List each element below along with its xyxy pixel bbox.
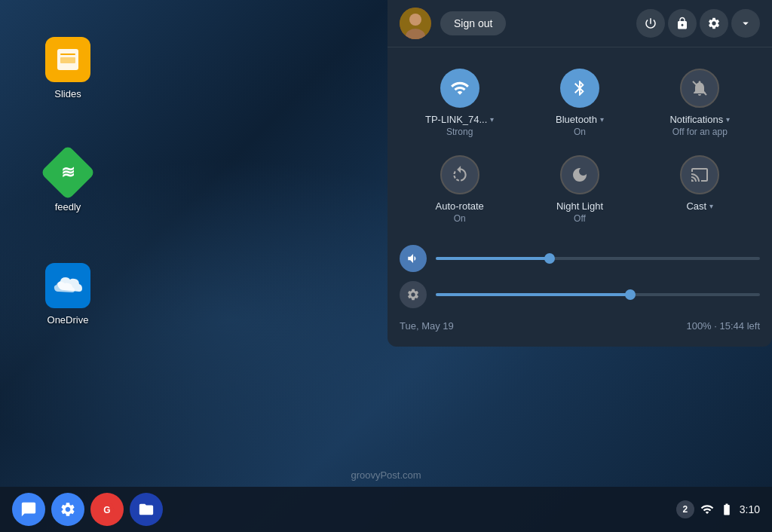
wifi-status: Strong <box>446 127 473 137</box>
notifications-toggle[interactable]: Notifications ▾ Off for an app <box>640 60 760 146</box>
autorotate-toggle[interactable]: Auto-rotate On <box>400 146 519 233</box>
onedrive-icon-img <box>45 263 90 308</box>
feedly-app-icon[interactable]: ≋ feedly <box>23 128 113 234</box>
svg-rect-1 <box>60 54 75 55</box>
qs-toggles-grid: TP-LINK_74... ▾ Strong Bluetooth ▾ On <box>388 47 772 239</box>
svg-rect-2 <box>60 57 75 63</box>
onedrive-label: OneDrive <box>47 314 89 326</box>
qs-header: Sign out <box>388 0 772 47</box>
bluetooth-name: Bluetooth ▾ <box>556 114 604 125</box>
sign-out-button[interactable]: Sign out <box>440 11 506 35</box>
autorotate-icon <box>440 155 479 194</box>
volume-thumb[interactable] <box>544 253 555 264</box>
cast-name: Cast ▾ <box>686 200 713 212</box>
slides-app-icon[interactable]: Slides <box>23 15 113 121</box>
qs-footer: Tue, May 19 100% · 15:44 left <box>388 314 772 335</box>
quick-settings-panel: Sign out <box>388 0 772 347</box>
nightlight-toggle[interactable]: Night Light Off <box>519 146 639 233</box>
desktop: Slides ≋ feedly OneDrive groovyPost.com <box>0 0 772 532</box>
slides-icon-img <box>45 37 90 82</box>
battery-status-icon <box>720 503 734 516</box>
feedly-label: feedly <box>55 201 81 212</box>
volume-slider-row <box>400 245 760 272</box>
watermark: groovyPost.com <box>351 469 421 481</box>
taskbar: G 2 3:10 <box>0 487 772 532</box>
qs-date: Tue, May 19 <box>400 320 454 332</box>
brightness-icon <box>400 281 427 308</box>
volume-fill <box>436 257 550 260</box>
taskbar-settings-icon[interactable] <box>51 493 84 526</box>
notifications-name: Notifications ▾ <box>669 114 730 125</box>
bluetooth-toggle[interactable]: Bluetooth ▾ On <box>519 60 639 146</box>
qs-battery: 100% · 15:44 left <box>686 320 760 332</box>
volume-track[interactable] <box>436 257 760 260</box>
settings-button[interactable] <box>700 9 728 38</box>
taskbar-right-area: 2 3:10 <box>676 500 760 518</box>
expand-button[interactable] <box>731 9 760 38</box>
svg-text:G: G <box>103 505 110 515</box>
notification-badge: 2 <box>676 500 694 518</box>
notifications-icon <box>680 69 719 108</box>
avatar-image <box>400 8 431 39</box>
autorotate-name: Auto-rotate <box>436 200 484 212</box>
cast-status <box>699 213 701 224</box>
nightlight-status: Off <box>574 213 586 224</box>
notifications-status: Off for an app <box>672 127 728 137</box>
taskbar-chat-icon[interactable] <box>12 493 45 526</box>
wifi-toggle[interactable]: TP-LINK_74... ▾ Strong <box>400 60 519 146</box>
nightlight-icon <box>560 155 599 194</box>
autorotate-status: On <box>454 213 466 224</box>
nightlight-name: Night Light <box>556 200 603 212</box>
taskbar-files-icon[interactable] <box>130 493 163 526</box>
wifi-icon <box>440 69 479 108</box>
wifi-status-icon <box>700 503 714 516</box>
svg-point-6 <box>409 14 421 26</box>
brightness-fill <box>436 293 630 296</box>
onedrive-app-icon[interactable]: OneDrive <box>23 241 113 347</box>
wifi-name: TP-LINK_74... ▾ <box>425 114 494 125</box>
power-button[interactable] <box>636 9 665 38</box>
cast-icon <box>680 155 719 194</box>
bluetooth-icon <box>560 69 599 108</box>
bluetooth-status: On <box>574 127 586 137</box>
qs-sliders <box>388 239 772 314</box>
taskbar-time: 3:10 <box>740 503 760 515</box>
brightness-thumb[interactable] <box>625 289 636 300</box>
feedly-icon-img: ≋ <box>45 150 90 195</box>
taskbar-google-icon[interactable]: G <box>90 493 124 526</box>
brightness-slider-row <box>400 281 760 308</box>
cast-toggle[interactable]: Cast ▾ <box>640 146 760 233</box>
user-avatar <box>400 8 431 39</box>
brightness-track[interactable] <box>436 293 760 296</box>
slides-label: Slides <box>54 88 81 99</box>
volume-icon <box>400 245 427 272</box>
lock-button[interactable] <box>668 9 697 38</box>
qs-header-icons <box>636 9 760 38</box>
